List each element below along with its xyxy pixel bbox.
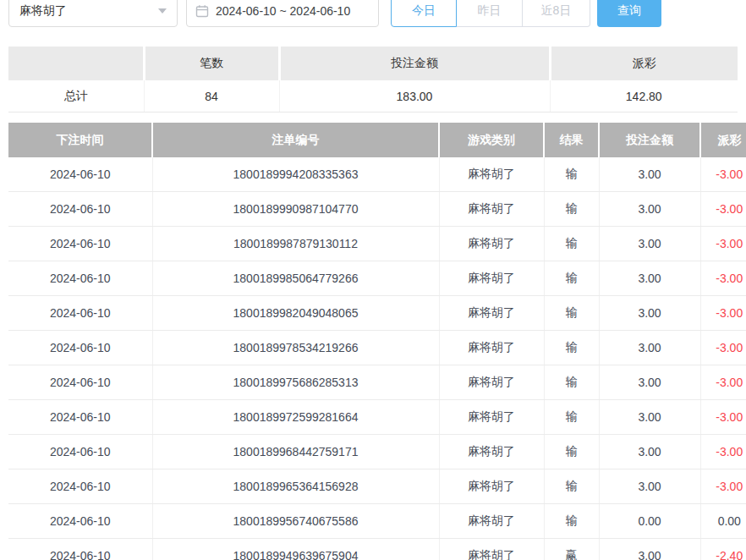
cell-bet-time: 2024-06-10 <box>8 296 152 331</box>
cell-result: 输 <box>544 227 599 261</box>
cell-game-type: 麻将胡了 <box>439 400 544 435</box>
cell-game-type: 麻将胡了 <box>439 192 544 227</box>
bet-table-body: 2024-06-101800189994208335363麻将胡了输3.00-3… <box>8 157 746 560</box>
cell-payout: 0.00 <box>700 504 746 539</box>
header-game-type: 游戏类别 <box>439 123 544 157</box>
cell-bet-amount: 3.00 <box>599 296 700 331</box>
cell-bet-amount: 3.00 <box>599 261 700 296</box>
cell-payout: -3.00 <box>700 227 746 261</box>
summary-table: 笔数 投注金额 派彩 总计 84 183.00 142.80 <box>8 47 738 113</box>
cell-game-type: 麻将胡了 <box>439 261 544 296</box>
table-row: 2024-06-101800189978534219266麻将胡了输3.00-3… <box>8 331 746 365</box>
table-row: 2024-06-101800189994208335363麻将胡了输3.00-3… <box>8 157 746 192</box>
cell-order-id: 1800189965364156928 <box>152 469 439 504</box>
summary-total-row: 总计 84 183.00 142.80 <box>8 80 738 113</box>
cell-bet-amount: 3.00 <box>599 469 700 504</box>
summary-total-payout: 142.80 <box>550 80 738 113</box>
cell-result: 输 <box>544 365 599 400</box>
table-row: 2024-06-101800189972599281664麻将胡了输3.00-3… <box>8 400 746 435</box>
cell-payout: -3.00 <box>700 192 746 227</box>
cell-game-type: 麻将胡了 <box>439 365 544 400</box>
cell-payout: -2.40 <box>700 539 746 560</box>
cell-order-id: 1800189968442759171 <box>152 435 439 469</box>
cell-payout: -3.00 <box>700 469 746 504</box>
cell-game-type: 麻将胡了 <box>439 296 544 331</box>
cell-game-type: 麻将胡了 <box>439 469 544 504</box>
cell-result: 输 <box>544 296 599 331</box>
summary-header-count: 笔数 <box>144 47 279 80</box>
cell-game-type: 麻将胡了 <box>439 331 544 365</box>
cell-bet-amount: 3.00 <box>599 435 700 469</box>
cell-bet-time: 2024-06-10 <box>8 157 152 192</box>
cell-payout: -3.00 <box>700 365 746 400</box>
quick-date-group: 今日 昨日 近8日 <box>391 0 590 27</box>
summary-total-count: 84 <box>144 80 279 113</box>
summary-total-bet: 183.00 <box>279 80 550 113</box>
cell-payout: -3.00 <box>700 296 746 331</box>
header-result: 结果 <box>544 123 599 157</box>
cell-bet-amount: 3.00 <box>599 192 700 227</box>
summary-total-label: 总计 <box>8 80 144 113</box>
cell-order-id: 1800189987879130112 <box>152 227 439 261</box>
cell-payout: -3.00 <box>700 400 746 435</box>
cell-result: 输 <box>544 469 599 504</box>
tab-today[interactable]: 今日 <box>391 0 457 27</box>
cell-payout: -3.00 <box>700 157 746 192</box>
cell-bet-time: 2024-06-10 <box>8 539 152 560</box>
date-range-input[interactable]: 2024-06-10 ~ 2024-06-10 <box>186 0 379 27</box>
cell-bet-time: 2024-06-10 <box>8 261 152 296</box>
bet-records-table: 下注时间 注单编号 游戏类别 结果 投注金额 派彩 2024-06-101800… <box>8 123 746 560</box>
cell-order-id: 1800189978534219266 <box>152 331 439 365</box>
cell-order-id: 1800189972599281664 <box>152 400 439 435</box>
cell-game-type: 麻将胡了 <box>439 157 544 192</box>
cell-order-id: 1800189994208335363 <box>152 157 439 192</box>
cell-result: 输 <box>544 400 599 435</box>
cell-result: 输 <box>544 192 599 227</box>
table-row: 2024-06-101800189949639675904麻将胡了赢3.00-2… <box>8 539 746 560</box>
cell-bet-time: 2024-06-10 <box>8 331 152 365</box>
cell-order-id: 1800189990987104770 <box>152 192 439 227</box>
cell-result: 输 <box>544 157 599 192</box>
summary-header-payout: 派彩 <box>550 47 738 80</box>
cell-bet-amount: 3.00 <box>599 365 700 400</box>
cell-bet-amount: 0.00 <box>599 504 700 539</box>
summary-header-row: 笔数 投注金额 派彩 <box>8 47 738 80</box>
cell-bet-time: 2024-06-10 <box>8 227 152 261</box>
header-bet-amount: 投注金额 <box>599 123 700 157</box>
cell-result: 输 <box>544 435 599 469</box>
cell-bet-amount: 3.00 <box>599 539 700 560</box>
cell-bet-amount: 3.00 <box>599 157 700 192</box>
filter-bar: 麻将胡了 2024-06-10 ~ 2024-06-10 今日 昨日 近8日 查… <box>8 0 661 27</box>
game-select[interactable]: 麻将胡了 <box>8 0 178 27</box>
table-row: 2024-06-101800189985064779266麻将胡了输3.00-3… <box>8 261 746 296</box>
tab-yesterday[interactable]: 昨日 <box>457 0 523 27</box>
table-row: 2024-06-101800189956740675586麻将胡了输0.000.… <box>8 504 746 539</box>
cell-order-id: 1800189985064779266 <box>152 261 439 296</box>
cell-bet-time: 2024-06-10 <box>8 192 152 227</box>
chevron-down-icon <box>158 8 167 14</box>
cell-payout: -3.00 <box>700 331 746 365</box>
table-row: 2024-06-101800189987879130112麻将胡了输3.00-3… <box>8 227 746 261</box>
bet-table-header-row: 下注时间 注单编号 游戏类别 结果 投注金额 派彩 <box>8 123 746 157</box>
cell-payout: -3.00 <box>700 261 746 296</box>
tab-last8days[interactable]: 近8日 <box>523 0 590 27</box>
game-select-value: 麻将胡了 <box>19 3 67 19</box>
summary-header-bet: 投注金额 <box>279 47 550 80</box>
calendar-icon <box>195 4 209 18</box>
cell-result: 赢 <box>544 539 599 560</box>
cell-bet-time: 2024-06-10 <box>8 365 152 400</box>
summary-header-empty <box>8 47 144 80</box>
cell-bet-amount: 3.00 <box>599 400 700 435</box>
query-button[interactable]: 查询 <box>597 0 661 27</box>
cell-order-id: 1800189949639675904 <box>152 539 439 560</box>
cell-game-type: 麻将胡了 <box>439 227 544 261</box>
cell-order-id: 1800189975686285313 <box>152 365 439 400</box>
cell-bet-amount: 3.00 <box>599 331 700 365</box>
cell-result: 输 <box>544 331 599 365</box>
cell-order-id: 1800189956740675586 <box>152 504 439 539</box>
table-row: 2024-06-101800189990987104770麻将胡了输3.00-3… <box>8 192 746 227</box>
cell-result: 输 <box>544 504 599 539</box>
table-row: 2024-06-101800189968442759171麻将胡了输3.00-3… <box>8 435 746 469</box>
cell-bet-time: 2024-06-10 <box>8 435 152 469</box>
cell-bet-amount: 3.00 <box>599 227 700 261</box>
